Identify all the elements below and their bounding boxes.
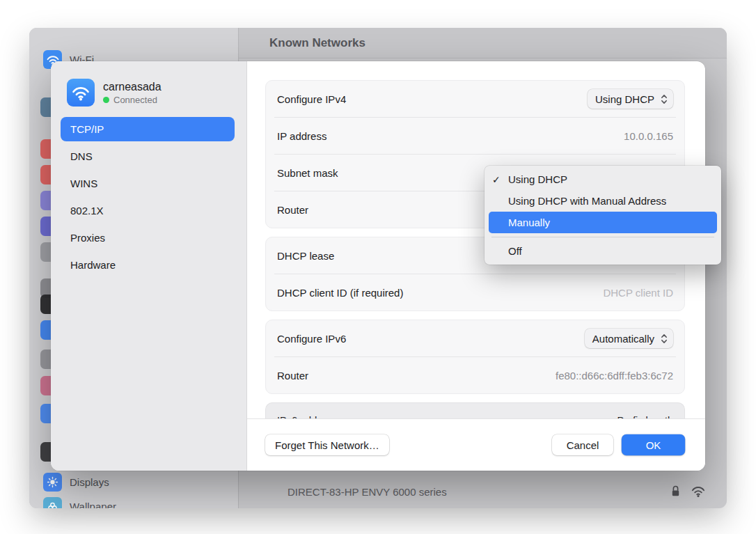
- chevron-up-down-icon: [661, 333, 668, 344]
- connected-status-dot: [103, 97, 109, 103]
- dialog-sidebar: carneasada Connected TCP/IP DNS WINS 802…: [51, 61, 247, 471]
- menu-item-using-dhcp-manual-address[interactable]: Using DHCP with Manual Address: [485, 190, 721, 212]
- wallpaper-icon: [43, 497, 62, 508]
- ip-address-value: 10.0.0.165: [624, 130, 673, 142]
- dhcp-client-id-field[interactable]: DHCP client ID: [603, 287, 673, 299]
- network-details-dialog: carneasada Connected TCP/IP DNS WINS 802…: [51, 61, 705, 471]
- network-name: carneasada: [103, 80, 162, 94]
- checkmark-icon: ✓: [492, 174, 501, 185]
- known-networks-header: Known Networks: [239, 28, 727, 58]
- tab-hardware[interactable]: Hardware: [61, 253, 235, 277]
- tcp-ip-panel: Configure IPv4 Using DHCP IP address 10.…: [247, 61, 705, 471]
- menu-item-manually[interactable]: Manually: [489, 212, 717, 233]
- configure-ipv4-label: Configure IPv4: [277, 93, 346, 105]
- configure-ipv4-row: Configure IPv4 Using DHCP: [274, 81, 676, 117]
- menu-separator: [491, 237, 714, 237]
- connected-status-label: Connected: [113, 94, 157, 106]
- router-ipv6-row: Router fe80::d66c:6dff:feb3:6c72: [274, 356, 676, 393]
- sidebar-item-wallpaper: Wallpaper: [43, 497, 116, 508]
- dialog-footer: Forget This Network… Cancel OK: [247, 418, 705, 471]
- lock-icon: [670, 485, 681, 498]
- tab-tcp-ip[interactable]: TCP/IP: [61, 117, 235, 141]
- forget-network-button[interactable]: Forget This Network…: [265, 434, 389, 455]
- known-network-row: DIRECT-83-HP ENVY 6000 series: [288, 479, 706, 504]
- dhcp-client-id-label: DHCP client ID (if required): [277, 287, 403, 299]
- menu-item-using-dhcp[interactable]: ✓ Using DHCP: [485, 168, 721, 190]
- router-ipv4-label: Router: [277, 204, 308, 216]
- displays-icon: [43, 473, 62, 492]
- sidebar-item-displays: Displays: [43, 473, 109, 492]
- configure-ipv6-popup-button[interactable]: Automatically: [585, 329, 673, 348]
- sidebar-item-wallpaper-label: Wallpaper: [70, 501, 116, 508]
- wifi-signal-icon: [691, 485, 706, 498]
- router-ipv6-label: Router: [277, 370, 308, 382]
- known-networks-title: Known Networks: [269, 36, 365, 50]
- ip-address-row: IP address 10.0.0.165: [274, 117, 676, 154]
- ip-address-label: IP address: [277, 130, 326, 142]
- cancel-button[interactable]: Cancel: [552, 434, 613, 455]
- router-ipv6-value: fe80::d66c:6dff:feb3:6c72: [556, 370, 673, 382]
- configure-ipv6-label: Configure IPv6: [277, 333, 346, 345]
- tab-wins[interactable]: WINS: [61, 171, 235, 196]
- dhcp-lease-label: DHCP lease: [277, 250, 334, 262]
- dhcp-client-id-row: DHCP client ID (if required) DHCP client…: [274, 274, 676, 311]
- subnet-mask-label: Subnet mask: [277, 167, 338, 179]
- ipv6-group: Configure IPv6 Automatically Router fe80…: [265, 320, 685, 394]
- wifi-network-icon: [67, 79, 95, 107]
- ok-button[interactable]: OK: [622, 434, 685, 455]
- sidebar-item-displays-label: Displays: [70, 476, 109, 488]
- configure-ipv6-row: Configure IPv6 Automatically: [274, 320, 676, 356]
- tab-802-1x[interactable]: 802.1X: [61, 198, 235, 223]
- configure-ipv4-popup-button[interactable]: Using DHCP: [588, 89, 673, 109]
- configure-ipv4-menu: ✓ Using DHCP Using DHCP with Manual Addr…: [485, 166, 721, 265]
- known-network-name: DIRECT-83-HP ENVY 6000 series: [288, 486, 447, 498]
- chevron-up-down-icon: [661, 94, 668, 104]
- tab-proxies[interactable]: Proxies: [61, 226, 235, 250]
- menu-item-off[interactable]: Off: [485, 240, 721, 262]
- network-header: carneasada Connected: [67, 79, 235, 107]
- tab-dns[interactable]: DNS: [61, 144, 235, 168]
